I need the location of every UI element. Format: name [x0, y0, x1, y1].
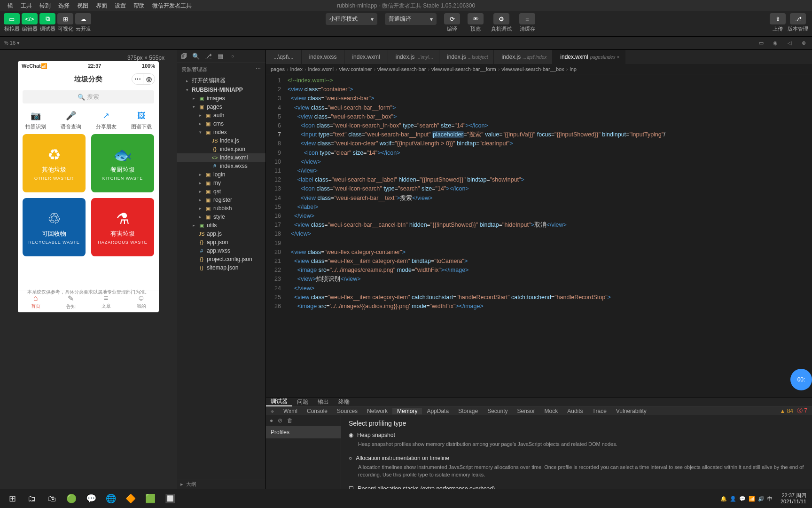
tabbar-item[interactable]: ≡文章: [88, 291, 124, 312]
tree-item[interactable]: JSapp.js: [177, 230, 265, 238]
visual-btn[interactable]: ⊞: [57, 13, 73, 24]
menu-item[interactable]: 视图: [73, 2, 92, 10]
inspect-icon[interactable]: ⟐: [266, 408, 279, 414]
tabbar-item[interactable]: ⌂首页: [18, 291, 53, 312]
menu-item[interactable]: 转到: [36, 2, 55, 10]
allocation-timeline-radio[interactable]: ○Allocation instrumentation on timeline: [349, 455, 804, 461]
chrome-icon[interactable]: 🌐: [102, 489, 120, 508]
phone-action[interactable]: ↗分享朋友: [88, 110, 124, 130]
panel-menu-icon[interactable]: ⋯: [256, 66, 261, 73]
more-icon[interactable]: ▫: [228, 53, 237, 60]
tree-item[interactable]: ▸▣my: [177, 179, 265, 187]
explorer-icon[interactable]: 🗂: [23, 489, 41, 508]
clearcache-btn[interactable]: ≡: [519, 13, 535, 24]
version-btn[interactable]: ⎇: [790, 13, 806, 24]
tree-item[interactable]: {}project.config.json: [177, 255, 265, 263]
tree-item[interactable]: ▸▣auth: [177, 111, 265, 119]
ext-icon[interactable]: ▦: [216, 53, 225, 60]
search-input[interactable]: 🔍搜索: [23, 90, 154, 103]
zoom-level[interactable]: % 16 ▾: [4, 40, 20, 46]
editor-btn[interactable]: </>: [22, 13, 38, 24]
menu-item[interactable]: 微信开发者工具: [148, 2, 195, 10]
search-icon[interactable]: 🔍: [192, 53, 200, 60]
tray-icon[interactable]: 🔔: [720, 496, 727, 501]
menu-item[interactable]: 选择: [55, 2, 73, 10]
app-icon[interactable]: 🟢: [62, 489, 81, 508]
scm-icon[interactable]: ⎇: [204, 53, 212, 60]
preview-btn[interactable]: 👁: [468, 13, 484, 24]
devtools-tab2[interactable]: Wxml: [279, 408, 302, 414]
tree-item[interactable]: ▸▣utils: [177, 221, 265, 230]
tree-item[interactable]: #index.wxss: [177, 162, 265, 170]
tree-item[interactable]: #app.wxss: [177, 246, 265, 255]
capsule[interactable]: ⋯◎: [132, 73, 155, 85]
tree-item[interactable]: ▸▣register: [177, 196, 265, 204]
compile-btn[interactable]: ⟳: [444, 13, 460, 24]
tabbar-item[interactable]: ✎告知: [53, 291, 88, 312]
devtools-tab2[interactable]: Audits: [562, 408, 587, 414]
tray-icon[interactable]: 📶: [749, 496, 755, 501]
tray-icon[interactable]: 中: [767, 496, 773, 501]
menu-item[interactable]: 设置: [111, 2, 130, 10]
errors-count[interactable]: ⓧ 7: [795, 407, 812, 415]
simulator-btn[interactable]: ▭: [4, 13, 20, 24]
realdebug-btn[interactable]: ⚙: [493, 13, 509, 24]
editor-tab[interactable]: index.js...\my\...: [388, 50, 439, 64]
tray-icon[interactable]: 🔊: [758, 496, 765, 501]
heap-snapshot-radio[interactable]: ◉Heap snapshot: [349, 432, 804, 438]
menu-item[interactable]: 帮助: [130, 2, 148, 10]
mute-icon[interactable]: ◁: [785, 39, 794, 48]
tray-icon[interactable]: 💬: [739, 496, 746, 501]
tree-item[interactable]: <>index.wxml: [177, 153, 265, 162]
code-editor[interactable]: <!--index.wxml--><view class="container"…: [288, 74, 812, 397]
start-icon[interactable]: ⊞: [3, 489, 22, 508]
project-root[interactable]: ▾RUBBISH-MINIAPP: [177, 86, 265, 94]
wechat-icon[interactable]: 💬: [82, 489, 101, 508]
phone-action[interactable]: 🎤语音查询: [53, 110, 88, 130]
open-editors[interactable]: ▸打开的编辑器: [177, 76, 265, 86]
devtools-tab2[interactable]: Storage: [453, 408, 483, 414]
mode-combo[interactable]: 小程序模式▾: [326, 13, 377, 25]
app2-icon[interactable]: 🔶: [121, 489, 140, 508]
editor-tab[interactable]: index.wxmlpages\index ×: [553, 50, 625, 64]
floating-button[interactable]: 00:: [790, 369, 812, 390]
tree-item[interactable]: ▸▣images: [177, 94, 265, 103]
upload-btn[interactable]: ⇪: [770, 13, 786, 24]
tree-item[interactable]: ▸▣login: [177, 170, 265, 179]
tabbar-item[interactable]: ☺我的: [124, 291, 159, 312]
compile-combo[interactable]: 普通编译▾: [385, 13, 437, 25]
stop-profile-icon[interactable]: ⊘: [278, 417, 282, 424]
devtools-tab2[interactable]: Memory: [392, 408, 422, 414]
phone-action[interactable]: 📷拍照识别: [18, 110, 53, 130]
category-card[interactable]: ⚗有害垃圾HAZARDOUS WASTE: [91, 198, 154, 256]
category-card[interactable]: ♲可回收物RECYCLABLE WASTE: [23, 198, 86, 256]
phone-action[interactable]: 🖼图谱下载: [124, 110, 159, 130]
menu-item[interactable]: 工具: [17, 2, 36, 10]
devtools-tab1[interactable]: 输出: [313, 398, 334, 406]
devtools-tab2[interactable]: Security: [483, 408, 512, 414]
category-card[interactable]: 🐟餐厨垃圾KITCHEN WASTE: [91, 134, 154, 192]
tree-item[interactable]: ▸▣cms: [177, 119, 265, 128]
devtools-tab2[interactable]: Sensor: [513, 408, 540, 414]
category-card[interactable]: ♻其他垃圾OTHER WASTER: [23, 134, 86, 192]
tree-item[interactable]: {}app.json: [177, 238, 265, 246]
menu-item[interactable]: 界面: [92, 2, 111, 10]
devtools-tab2[interactable]: Trace: [588, 408, 611, 414]
devtools-tab2[interactable]: Console: [302, 408, 332, 414]
delete-profile-icon[interactable]: 🗑: [287, 417, 293, 424]
editor-tab[interactable]: index.wxss: [302, 50, 345, 64]
tree-item[interactable]: ▸▣qst: [177, 187, 265, 196]
debugger-btn[interactable]: ⧉: [39, 13, 55, 24]
devtools-icon[interactable]: 🔲: [161, 489, 180, 508]
app3-icon[interactable]: 🟩: [141, 489, 160, 508]
editor-tab[interactable]: index.js...\qst\index: [494, 50, 553, 64]
tree-item[interactable]: ▸▣rubbish: [177, 204, 265, 213]
record-icon[interactable]: ◉: [771, 39, 780, 48]
warnings-count[interactable]: ▲ 84: [778, 408, 795, 414]
tree-item[interactable]: ▾▣index: [177, 128, 265, 136]
files-icon[interactable]: 🗐: [180, 53, 188, 60]
phone-preview[interactable]: WeChat📶 22:37 100% 垃圾分类 ⋯◎ 🔍搜索 📷拍照识别🎤语音查…: [18, 61, 159, 312]
devtools-tab2[interactable]: Sources: [332, 408, 362, 414]
tray-icon[interactable]: 👤: [730, 496, 736, 501]
profiles-label[interactable]: Profiles: [266, 426, 341, 438]
